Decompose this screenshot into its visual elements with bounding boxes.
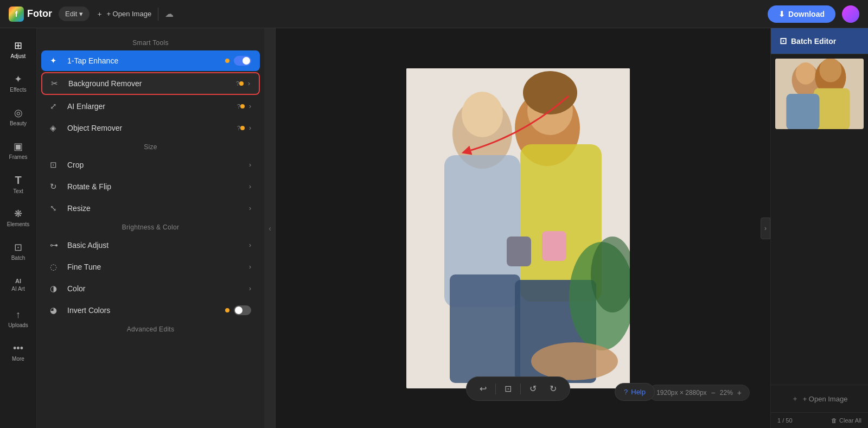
tool-fine-tune[interactable]: ◌ Fine Tune › [41, 257, 260, 277]
tool-1tap-enhance[interactable]: ✦ 1-Tap Enhance [41, 50, 260, 71]
svg-point-20 [820, 59, 842, 82]
logo-icon: f [9, 7, 24, 22]
help-button[interactable]: ? Help [615, 383, 655, 401]
tool-invert[interactable]: ◕ Invert Colors [41, 300, 260, 321]
cloud-icon[interactable]: ☁ [165, 9, 174, 19]
tool-name: Resize [67, 204, 249, 213]
tool-ai-enlarger[interactable]: ⤢ AI Enlarger ? › [41, 96, 260, 117]
panel-collapse-right[interactable]: › [761, 218, 770, 239]
rotate-icon: ↻ [50, 182, 62, 191]
open-image-panel[interactable]: ＋ + Open Image [771, 385, 868, 412]
undo-button[interactable]: ↩ [475, 381, 491, 396]
chevron-right-icon: › [249, 263, 251, 271]
svg-rect-22 [786, 94, 819, 129]
ai-enlarger-icon: ⤢ [50, 101, 62, 111]
sidebar-item-ai-art[interactable]: AI AI Art [0, 269, 37, 301]
svg-rect-9 [542, 231, 566, 261]
help-label: Help [631, 388, 646, 396]
enhance-icon: ✦ [50, 56, 62, 66]
adjust-icon: ⊞ [14, 40, 22, 52]
crop-icon: ⊡ [50, 160, 62, 170]
zoom-level: 22% [720, 389, 733, 397]
elements-icon: ❋ [14, 208, 22, 220]
image-thumbnail-1[interactable] [775, 59, 864, 129]
sidebar-item-more[interactable]: ••• More [0, 336, 37, 368]
trash-icon: 🗑 [831, 417, 837, 424]
invert-toggle[interactable] [234, 305, 251, 315]
right-panel: ⊡ Batch Editor ＋ + Open Image [770, 28, 868, 428]
zoom-info: 1920px × 2880px − 22% + [648, 385, 750, 401]
icon-nav: ⊞ Adjust ✦ Effects ◎ Beauty ▣ Frames T T… [0, 28, 37, 428]
copy-button[interactable]: ⊡ [500, 381, 516, 396]
tool-name: Background Remover [68, 79, 234, 88]
sidebar-item-adjust[interactable]: ⊞ Adjust [0, 33, 37, 66]
tool-name: Object Remover [67, 124, 235, 132]
tool-basic-adjust[interactable]: ⊶ Basic Adjust › [41, 235, 260, 255]
sidebar-item-text[interactable]: T Text [0, 168, 37, 200]
help-icon: ? [624, 388, 628, 396]
batch-editor-button[interactable]: ⊡ Batch Editor [771, 28, 868, 54]
collapse-handle[interactable]: ‹ [265, 28, 276, 428]
logo[interactable]: f Fotor [9, 7, 52, 22]
avatar[interactable] [842, 5, 859, 23]
edit-button[interactable]: Edit ▾ [59, 7, 90, 21]
badge [240, 104, 245, 108]
color-icon: ◑ [50, 284, 62, 293]
tool-rotate[interactable]: ↻ Rotate & Flip › [41, 176, 260, 197]
tool-crop[interactable]: ⊡ Crop › [41, 155, 260, 175]
smart-tools-label: Smart Tools [37, 35, 264, 50]
sidebar-item-label: Frames [9, 154, 28, 160]
badge [225, 308, 229, 312]
sidebar-item-uploads[interactable]: ↑ Uploads [0, 302, 37, 335]
zoom-in-button[interactable]: + [737, 388, 742, 397]
chevron-right-icon: › [249, 205, 251, 212]
sidebar-item-beauty[interactable]: ◎ Beauty [0, 100, 37, 133]
tool-name: Rotate & Flip [67, 182, 249, 191]
sidebar-item-label: More [12, 356, 24, 362]
thumb-svg [775, 59, 864, 129]
bottom-toolbar: ↩ ⊡ ↺ ↻ [466, 376, 570, 401]
sidebar-item-label: Uploads [8, 322, 28, 328]
tool-color[interactable]: ◑ Color › [41, 278, 260, 299]
sidebar-item-label: Batch [11, 255, 25, 261]
invert-icon: ◕ [50, 305, 62, 315]
tool-name: Crop [67, 161, 249, 169]
sidebar-item-frames[interactable]: ▣ Frames [0, 134, 37, 167]
tool-name: 1-Tap Enhance [67, 56, 225, 65]
sidebar-item-label: Text [13, 188, 23, 194]
svg-point-7 [523, 71, 577, 114]
batch-icon: ⊡ [14, 241, 22, 253]
photo-svg [406, 68, 630, 388]
svg-point-18 [796, 62, 816, 85]
toolbar-separator [495, 384, 496, 394]
tool-name: Invert Colors [67, 306, 225, 315]
svg-rect-10 [507, 237, 531, 266]
sidebar-item-batch[interactable]: ⊡ Batch [0, 235, 37, 267]
sidebar-item-effects[interactable]: ✦ Effects [0, 67, 37, 99]
toggle-knob [235, 306, 242, 314]
badge [239, 81, 244, 86]
chevron-right-icon: › [249, 183, 251, 190]
sidebar-item-label: Elements [7, 221, 30, 227]
logo-text: Fotor [27, 8, 52, 20]
size-label: Size [37, 139, 264, 154]
chevron-right-icon: › [249, 241, 251, 249]
open-image-label: + Open Image [803, 395, 848, 403]
download-label: Download [788, 10, 825, 18]
sidebar-item-elements[interactable]: ❋ Elements [0, 201, 37, 234]
enhance-toggle[interactable] [234, 56, 251, 66]
divider [158, 8, 158, 21]
tool-resize[interactable]: ⤡ Resize › [41, 198, 260, 219]
undo2-button[interactable]: ↺ [525, 381, 541, 396]
zoom-out-button[interactable]: − [711, 388, 716, 397]
redo-button[interactable]: ↻ [545, 381, 561, 396]
sidebar-item-label: Adjust [11, 53, 26, 59]
sidebar-item-label: AI Art [11, 286, 24, 292]
download-button[interactable]: ⬇ Download [768, 5, 835, 23]
right-images-container [771, 54, 868, 385]
svg-point-3 [462, 92, 503, 137]
clear-all-button[interactable]: 🗑 Clear All [831, 417, 861, 424]
tool-obj-remover[interactable]: ◈ Object Remover ? › [41, 118, 260, 138]
tool-bg-remover[interactable]: ✂ Background Remover ? › [41, 72, 260, 95]
open-image-button[interactable]: ＋ + Open Image [96, 9, 151, 19]
